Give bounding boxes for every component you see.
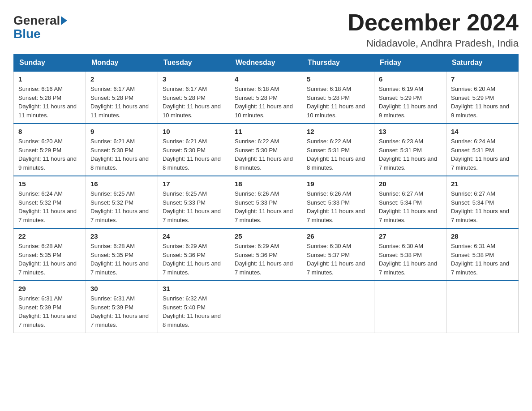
day-number: 20 xyxy=(379,180,442,188)
calendar-cell: 31Sunrise: 6:32 AMSunset: 5:40 PMDayligh… xyxy=(158,281,230,333)
day-detail: Sunrise: 6:16 AMSunset: 5:28 PMDaylight:… xyxy=(18,85,81,120)
day-number: 31 xyxy=(163,285,225,292)
day-number: 3 xyxy=(163,75,225,83)
calendar-cell: 11Sunrise: 6:22 AMSunset: 5:30 PMDayligh… xyxy=(230,124,302,176)
day-detail: Sunrise: 6:31 AMSunset: 5:38 PMDaylight:… xyxy=(451,242,514,277)
day-number: 7 xyxy=(451,75,514,83)
day-detail: Sunrise: 6:29 AMSunset: 5:36 PMDaylight:… xyxy=(163,242,225,277)
calendar-cell: 29Sunrise: 6:31 AMSunset: 5:39 PMDayligh… xyxy=(14,281,86,333)
day-detail: Sunrise: 6:29 AMSunset: 5:36 PMDaylight:… xyxy=(235,242,297,277)
day-number: 24 xyxy=(163,232,225,240)
calendar-cell: 9Sunrise: 6:21 AMSunset: 5:30 PMDaylight… xyxy=(86,124,158,176)
calendar-cell: 26Sunrise: 6:30 AMSunset: 5:37 PMDayligh… xyxy=(302,228,374,281)
calendar-cell: 8Sunrise: 6:20 AMSunset: 5:29 PMDaylight… xyxy=(14,124,86,176)
calendar-cell: 2Sunrise: 6:17 AMSunset: 5:28 PMDaylight… xyxy=(86,72,158,124)
calendar-cell: 6Sunrise: 6:19 AMSunset: 5:29 PMDaylight… xyxy=(374,72,446,124)
weekday-header-wednesday: Wednesday xyxy=(230,54,302,72)
day-number: 1 xyxy=(18,75,81,83)
calendar-cell: 21Sunrise: 6:27 AMSunset: 5:34 PMDayligh… xyxy=(446,176,519,228)
calendar-cell: 17Sunrise: 6:25 AMSunset: 5:33 PMDayligh… xyxy=(158,176,230,228)
day-detail: Sunrise: 6:23 AMSunset: 5:31 PMDaylight:… xyxy=(379,137,442,172)
day-number: 25 xyxy=(235,232,297,240)
day-detail: Sunrise: 6:17 AMSunset: 5:28 PMDaylight:… xyxy=(90,85,153,120)
calendar-cell: 20Sunrise: 6:27 AMSunset: 5:34 PMDayligh… xyxy=(374,176,446,228)
calendar-cell: 27Sunrise: 6:30 AMSunset: 5:38 PMDayligh… xyxy=(374,228,446,281)
logo-arrow-icon xyxy=(61,16,67,25)
day-number: 19 xyxy=(307,180,369,188)
day-detail: Sunrise: 6:21 AMSunset: 5:30 PMDaylight:… xyxy=(163,137,225,172)
calendar-cell: 5Sunrise: 6:18 AMSunset: 5:28 PMDaylight… xyxy=(302,72,374,124)
calendar-title: December 2024 xyxy=(348,9,519,36)
day-number: 4 xyxy=(235,75,297,83)
day-detail: Sunrise: 6:20 AMSunset: 5:29 PMDaylight:… xyxy=(451,85,514,120)
day-number: 15 xyxy=(18,180,81,188)
day-detail: Sunrise: 6:28 AMSunset: 5:35 PMDaylight:… xyxy=(90,242,153,277)
calendar-cell: 28Sunrise: 6:31 AMSunset: 5:38 PMDayligh… xyxy=(446,228,519,281)
day-detail: Sunrise: 6:22 AMSunset: 5:30 PMDaylight:… xyxy=(235,137,297,172)
day-detail: Sunrise: 6:31 AMSunset: 5:39 PMDaylight:… xyxy=(18,294,81,329)
day-detail: Sunrise: 6:24 AMSunset: 5:32 PMDaylight:… xyxy=(18,189,81,224)
day-detail: Sunrise: 6:32 AMSunset: 5:40 PMDaylight:… xyxy=(163,294,225,329)
day-number: 30 xyxy=(90,285,153,292)
day-number: 8 xyxy=(18,128,81,135)
day-detail: Sunrise: 6:19 AMSunset: 5:29 PMDaylight:… xyxy=(379,85,442,120)
title-block: December 2024 Nidadavole, Andhra Pradesh… xyxy=(348,9,519,49)
calendar-table: SundayMondayTuesdayWednesdayThursdayFrid… xyxy=(13,54,519,333)
calendar-cell: 15Sunrise: 6:24 AMSunset: 5:32 PMDayligh… xyxy=(14,176,86,228)
day-detail: Sunrise: 6:18 AMSunset: 5:28 PMDaylight:… xyxy=(235,85,297,120)
page-header: General Blue December 2024 Nidadavole, A… xyxy=(13,9,519,49)
calendar-cell xyxy=(374,281,446,333)
day-detail: Sunrise: 6:24 AMSunset: 5:31 PMDaylight:… xyxy=(451,137,514,172)
day-number: 13 xyxy=(379,128,442,135)
day-detail: Sunrise: 6:25 AMSunset: 5:33 PMDaylight:… xyxy=(163,189,225,224)
day-detail: Sunrise: 6:31 AMSunset: 5:39 PMDaylight:… xyxy=(90,294,153,329)
day-detail: Sunrise: 6:18 AMSunset: 5:28 PMDaylight:… xyxy=(307,85,369,120)
calendar-cell: 23Sunrise: 6:28 AMSunset: 5:35 PMDayligh… xyxy=(86,228,158,281)
day-number: 23 xyxy=(90,232,153,240)
day-detail: Sunrise: 6:27 AMSunset: 5:34 PMDaylight:… xyxy=(451,189,514,224)
calendar-cell: 13Sunrise: 6:23 AMSunset: 5:31 PMDayligh… xyxy=(374,124,446,176)
calendar-subtitle: Nidadavole, Andhra Pradesh, India xyxy=(348,38,519,49)
calendar-week-5: 29Sunrise: 6:31 AMSunset: 5:39 PMDayligh… xyxy=(14,281,519,333)
weekday-header-sunday: Sunday xyxy=(14,54,86,72)
day-detail: Sunrise: 6:22 AMSunset: 5:31 PMDaylight:… xyxy=(307,137,369,172)
day-number: 29 xyxy=(18,285,81,292)
day-detail: Sunrise: 6:25 AMSunset: 5:32 PMDaylight:… xyxy=(90,189,153,224)
day-detail: Sunrise: 6:30 AMSunset: 5:37 PMDaylight:… xyxy=(307,242,369,277)
calendar-cell: 1Sunrise: 6:16 AMSunset: 5:28 PMDaylight… xyxy=(14,72,86,124)
weekday-header-saturday: Saturday xyxy=(446,54,519,72)
calendar-cell xyxy=(230,281,302,333)
calendar-week-4: 22Sunrise: 6:28 AMSunset: 5:35 PMDayligh… xyxy=(14,228,519,281)
weekday-header-tuesday: Tuesday xyxy=(158,54,230,72)
calendar-week-1: 1Sunrise: 6:16 AMSunset: 5:28 PMDaylight… xyxy=(14,72,519,124)
calendar-cell: 18Sunrise: 6:26 AMSunset: 5:33 PMDayligh… xyxy=(230,176,302,228)
day-detail: Sunrise: 6:26 AMSunset: 5:33 PMDaylight:… xyxy=(307,189,369,224)
day-number: 28 xyxy=(451,232,514,240)
day-number: 10 xyxy=(163,128,225,135)
day-detail: Sunrise: 6:20 AMSunset: 5:29 PMDaylight:… xyxy=(18,137,81,172)
day-detail: Sunrise: 6:30 AMSunset: 5:38 PMDaylight:… xyxy=(379,242,442,277)
day-number: 14 xyxy=(451,128,514,135)
logo-general-text: General xyxy=(13,13,67,28)
calendar-cell: 19Sunrise: 6:26 AMSunset: 5:33 PMDayligh… xyxy=(302,176,374,228)
logo: General Blue xyxy=(13,13,67,41)
day-number: 21 xyxy=(451,180,514,188)
logo-blue-label: Blue xyxy=(13,27,41,41)
calendar-cell: 14Sunrise: 6:24 AMSunset: 5:31 PMDayligh… xyxy=(446,124,519,176)
calendar-cell: 22Sunrise: 6:28 AMSunset: 5:35 PMDayligh… xyxy=(14,228,86,281)
day-detail: Sunrise: 6:28 AMSunset: 5:35 PMDaylight:… xyxy=(18,242,81,277)
calendar-week-3: 15Sunrise: 6:24 AMSunset: 5:32 PMDayligh… xyxy=(14,176,519,228)
day-number: 22 xyxy=(18,232,81,240)
day-number: 26 xyxy=(307,232,369,240)
day-number: 27 xyxy=(379,232,442,240)
calendar-cell: 30Sunrise: 6:31 AMSunset: 5:39 PMDayligh… xyxy=(86,281,158,333)
calendar-cell: 12Sunrise: 6:22 AMSunset: 5:31 PMDayligh… xyxy=(302,124,374,176)
weekday-header-monday: Monday xyxy=(86,54,158,72)
weekday-header-row: SundayMondayTuesdayWednesdayThursdayFrid… xyxy=(14,54,519,72)
weekday-header-friday: Friday xyxy=(374,54,446,72)
day-number: 6 xyxy=(379,75,442,83)
day-number: 16 xyxy=(90,180,153,188)
calendar-cell xyxy=(302,281,374,333)
calendar-cell: 7Sunrise: 6:20 AMSunset: 5:29 PMDaylight… xyxy=(446,72,519,124)
logo-general-label: General xyxy=(13,13,60,28)
